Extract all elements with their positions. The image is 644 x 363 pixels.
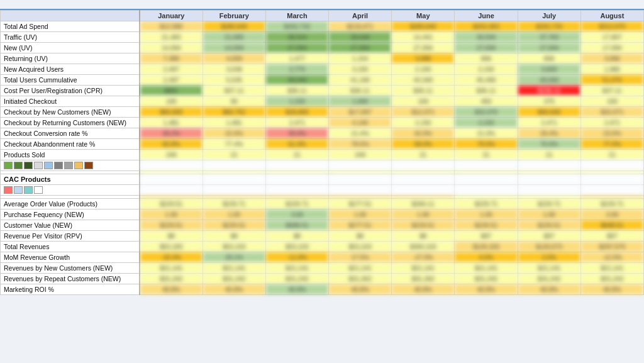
data-cell: $229.71 <box>580 199 643 209</box>
table-row <box>1 185 644 196</box>
data-cell: $36.11 <box>329 86 392 96</box>
data-cell: 40.8% <box>392 284 455 295</box>
data-cell: $28,865 <box>265 107 328 118</box>
row-label: Returning (UV) <box>1 53 140 64</box>
data-cell: 375 <box>518 96 580 107</box>
data-cell: -33.4% <box>140 252 203 263</box>
col-header-feb: February <box>203 11 265 21</box>
data-cell: $277.51 <box>329 199 392 209</box>
data-cell: $21,141 <box>518 263 580 274</box>
row-label: Average Order Value (Products) <box>1 199 140 209</box>
row-label: Revenues by Repeat Customers (NEW) <box>1 274 140 284</box>
data-cell: $53,103 <box>329 242 392 252</box>
data-cell: 17.5% <box>329 252 392 263</box>
data-cell: $266.11 <box>392 199 455 209</box>
data-cell: 1.00 <box>203 209 265 220</box>
table-row: Revenue Per Visitor (RPV)$8$8$8$8$8$97$9… <box>1 231 644 242</box>
data-cell: 40.8% <box>518 284 580 295</box>
data-cell: 14,441 <box>392 32 455 43</box>
data-cell: 14,094 <box>203 43 265 53</box>
table-row: Revenues by New Customers (NEW)$21,141$2… <box>1 263 644 274</box>
data-cell: 77.0% <box>580 139 643 150</box>
data-cell: 100 <box>392 96 455 107</box>
data-cell: 1.00 <box>518 209 580 220</box>
data-cell: $36.11 <box>455 86 518 96</box>
data-cell: 2.0% <box>518 252 580 263</box>
data-cell: $60,600 <box>518 107 580 118</box>
data-cell: $31,242 <box>265 274 328 284</box>
row-label: Revenue Per Visitor (RPV) <box>1 231 140 242</box>
data-cell: $17,097 <box>329 107 392 118</box>
data-cell: 2,471 <box>265 118 328 128</box>
data-cell: 2,150 <box>392 118 455 128</box>
data-cell: 2,150 <box>392 64 455 75</box>
table-row: New (UV)14,09414,09427,09427,09427,09427… <box>1 43 644 53</box>
row-label: Checkout Conversion rate % <box>1 128 140 139</box>
table-row: Checkout Abandonment rate %60.8%77.4%61.… <box>1 139 644 150</box>
data-cell: 249 <box>329 150 392 160</box>
data-cell: 2,150 <box>455 64 518 75</box>
data-cell: $229.71 <box>265 199 328 209</box>
data-cell: 3,066 <box>580 53 643 64</box>
col-header-apr: April <box>329 11 392 21</box>
data-cell: $21,141 <box>392 263 455 274</box>
data-cell: 21 <box>203 150 265 160</box>
data-cell: 1.00 <box>329 209 392 220</box>
data-cell: $31,242 <box>455 274 518 284</box>
data-cell: 1,477 <box>265 53 328 64</box>
data-cell: 21 <box>455 150 518 160</box>
table-row: Initiated Checkout100901,1501,0001004503… <box>1 96 644 107</box>
data-cell: 27,094 <box>265 43 328 53</box>
data-cell: $36.11 <box>265 86 328 96</box>
data-cell: 42.0% <box>392 128 455 139</box>
row-label <box>1 160 140 171</box>
data-cell: $97 <box>518 231 580 242</box>
data-cell <box>203 160 265 171</box>
data-cell: 806 <box>518 53 580 64</box>
data-cell: 1.00 <box>455 209 518 220</box>
data-cell: 70.6% <box>518 139 580 150</box>
col-header-jan: January <box>140 11 203 21</box>
col-header-aug: August <box>580 11 643 21</box>
row-label: CAC Products <box>1 174 140 185</box>
data-cell: $297,575 <box>580 242 643 252</box>
data-cell: 1,150 <box>265 96 328 107</box>
table-container[interactable]: January February March April May June Ju… <box>0 10 644 363</box>
data-cell: 21 <box>265 150 328 160</box>
data-cell: $21,141 <box>580 263 643 274</box>
data-cell: $229.51 <box>455 220 518 231</box>
data-cell: 38,040 <box>265 75 328 86</box>
data-cell: $21,141 <box>455 263 518 274</box>
table-row: Purchase Fequency (NEW)1.001.003.001.001… <box>1 209 644 220</box>
data-cell: 39.0% <box>265 128 328 139</box>
data-cell: 23.0% <box>580 128 643 139</box>
data-cell: $31,242 <box>580 274 643 284</box>
data-cell: $53,103 <box>203 242 265 252</box>
data-cell: $53,103 <box>265 242 328 252</box>
data-cell: $277.51 <box>329 220 392 231</box>
data-cell: 37,760 <box>518 32 580 43</box>
data-cell: 3,088 <box>392 53 455 64</box>
data-cell: $8 <box>392 231 455 242</box>
data-cell: 1.00 <box>140 209 203 220</box>
table-row: New Acquired Users2,4973,0382,7753,1502,… <box>1 64 644 75</box>
data-cell: 17,094 <box>580 43 643 53</box>
data-cell: 3.00 <box>265 209 328 220</box>
data-cell: 27,094 <box>455 43 518 53</box>
data-cell: $229.71 <box>455 199 518 209</box>
data-cell: 22.6% <box>203 128 265 139</box>
data-cell: 1,481 <box>203 118 265 128</box>
data-cell <box>455 160 518 171</box>
data-cell: 4.5% <box>455 252 518 263</box>
data-cell: $300,103 <box>392 242 455 252</box>
data-cell: $120,103 <box>455 242 518 252</box>
row-label: New Acquired Users <box>1 64 140 75</box>
data-cell <box>265 160 328 171</box>
data-cell <box>455 174 518 185</box>
data-cell: 30,594 <box>455 32 518 43</box>
data-cell: 78.6% <box>329 139 392 150</box>
table-row: Returning (UV)7,3894,0091,4771,1543,0888… <box>1 53 644 64</box>
table-row: Total Ad Spend$12,580$280,640$202,732$21… <box>1 21 644 32</box>
data-cell: $31,262 <box>329 274 392 284</box>
data-cell: 29.1% <box>203 252 265 263</box>
